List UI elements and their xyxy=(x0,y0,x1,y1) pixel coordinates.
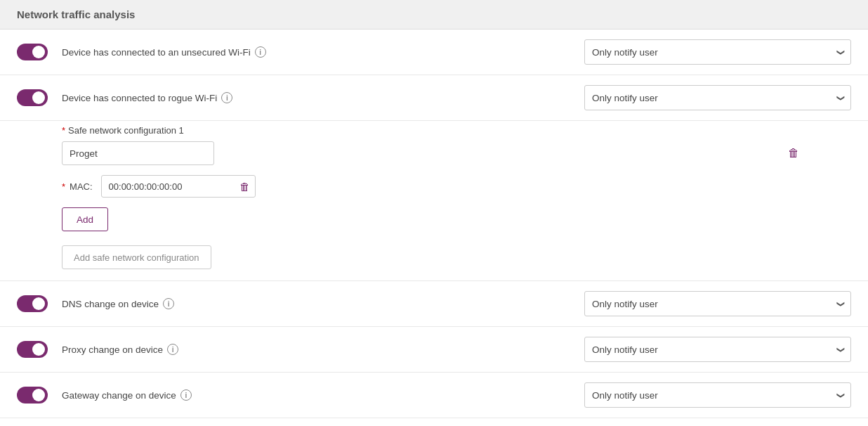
config-required-star: * xyxy=(62,125,65,136)
dns-change-row: DNS change on device i Only notify user … xyxy=(0,281,868,327)
network-name-delete-icon[interactable]: 🗑 xyxy=(788,147,799,160)
unsecured-wifi-label: Device has connected to an unsecured Wi-… xyxy=(62,46,584,58)
section-title: Network traffic analysis xyxy=(17,8,135,20)
add-safe-network-button[interactable]: Add safe network configuration xyxy=(62,245,211,269)
safe-network-section: * Safe network configuration 1 🗑 * MAC: … xyxy=(0,121,868,281)
mac-input[interactable] xyxy=(101,175,256,198)
toggle-thumb xyxy=(32,297,45,310)
mac-input-wrapper: 🗑 xyxy=(101,175,256,198)
section-header: Network traffic analysis xyxy=(0,0,868,30)
network-name-input-wrapper: 🗑 xyxy=(62,141,806,165)
page-container: Network traffic analysis Device has conn… xyxy=(0,0,868,426)
gateway-change-dropdown-wrapper: Only notify user Block and notify user B… xyxy=(584,382,851,408)
mac-label: * MAC: xyxy=(62,181,93,192)
gateway-change-label: Gateway change on device i xyxy=(62,389,584,401)
add-mac-button[interactable]: Add xyxy=(62,207,108,231)
rogue-wifi-toggle[interactable] xyxy=(17,89,48,106)
toggle-track xyxy=(17,387,48,404)
proxy-change-label: Proxy change on device i xyxy=(62,344,584,355)
toggle-thumb xyxy=(32,343,45,356)
gateway-change-dropdown[interactable]: Only notify user Block and notify user B… xyxy=(584,382,851,408)
gateway-change-info-icon[interactable]: i xyxy=(180,389,192,401)
proxy-change-toggle[interactable] xyxy=(17,341,48,358)
toggle-thumb xyxy=(32,389,45,401)
network-name-row: 🗑 xyxy=(62,141,851,165)
unsecured-wifi-info-icon[interactable]: i xyxy=(255,46,266,58)
toggle-thumb xyxy=(32,46,45,58)
gateway-change-toggle[interactable] xyxy=(17,387,48,404)
safe-network-config-label: Safe network configuration 1 xyxy=(68,125,184,136)
dns-change-toggle[interactable] xyxy=(17,295,48,312)
dns-change-dropdown-wrapper: Only notify user Block and notify user B… xyxy=(584,291,851,316)
gateway-change-row: Gateway change on device i Only notify u… xyxy=(0,373,868,418)
rogue-wifi-info-icon[interactable]: i xyxy=(221,92,232,103)
rogue-wifi-label: Device has connected to rogue Wi-Fi i xyxy=(62,92,584,103)
dns-change-dropdown[interactable]: Only notify user Block and notify user B… xyxy=(584,291,851,316)
proxy-change-info-icon[interactable]: i xyxy=(167,344,178,355)
proxy-change-row: Proxy change on device i Only notify use… xyxy=(0,327,868,373)
unsecured-wifi-dropdown-wrapper: Only notify user Block and notify user B… xyxy=(584,39,851,65)
safe-network-config-label-row: * Safe network configuration 1 xyxy=(62,125,851,136)
dns-change-label: DNS change on device i xyxy=(62,298,584,309)
rogue-wifi-dropdown[interactable]: Only notify user Block and notify user B… xyxy=(584,85,851,110)
toggle-track xyxy=(17,89,48,106)
dns-change-info-icon[interactable]: i xyxy=(163,298,174,309)
unsecured-wifi-dropdown[interactable]: Only notify user Block and notify user B… xyxy=(584,39,851,65)
toggle-thumb xyxy=(32,91,45,104)
toggle-track xyxy=(17,295,48,312)
unsecured-wifi-row: Device has connected to an unsecured Wi-… xyxy=(0,30,868,75)
proxy-change-dropdown-wrapper: Only notify user Block and notify user B… xyxy=(584,337,851,362)
network-name-input[interactable] xyxy=(62,141,214,165)
mac-required-star: * xyxy=(62,181,65,192)
rogue-wifi-dropdown-wrapper: Only notify user Block and notify user B… xyxy=(584,85,851,110)
rogue-wifi-row: Device has connected to rogue Wi-Fi i On… xyxy=(0,75,868,121)
proxy-change-dropdown[interactable]: Only notify user Block and notify user B… xyxy=(584,337,851,362)
mac-delete-icon[interactable]: 🗑 xyxy=(239,181,250,193)
toggle-track xyxy=(17,341,48,358)
toggle-track xyxy=(17,44,48,60)
add-mac-button-row: Add xyxy=(62,207,851,243)
unsecured-wifi-toggle[interactable] xyxy=(17,44,48,60)
mac-row: * MAC: 🗑 xyxy=(62,175,851,198)
